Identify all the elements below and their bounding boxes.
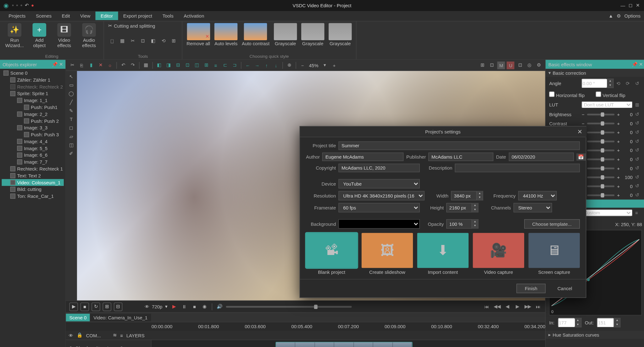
templates-select[interactable]: Custom — [582, 209, 633, 216]
align-8[interactable]: ⊏ — [221, 61, 229, 69]
slider-temperature[interactable] — [587, 167, 614, 169]
tree-item[interactable]: Image: 5_5 — [2, 145, 64, 152]
hue-saturation-header[interactable]: ▸ Hue Saturation curves — [546, 331, 644, 339]
bars-icon[interactable]: ≡ — [102, 345, 105, 347]
finish-button[interactable]: Finish — [517, 284, 546, 293]
panel-close-icon[interactable]: ✕ — [639, 62, 643, 67]
tp-rec-icon[interactable]: ◉ — [201, 303, 208, 310]
paste-icon[interactable]: ▮ — [87, 61, 95, 69]
menu-scenes[interactable]: Scenes — [31, 12, 57, 20]
copyright-input[interactable] — [338, 164, 420, 172]
hflip-checkbox[interactable]: Horizontal flip — [549, 91, 585, 98]
reset-icon[interactable]: ↺ — [635, 156, 642, 162]
tree-item[interactable]: Push: Push 3 — [2, 131, 64, 138]
basic-correction-header[interactable]: ▾ Basic correction — [546, 69, 644, 77]
tree-item[interactable]: Bild: cutting — [2, 186, 64, 193]
eyedrop-icon[interactable]: ✐ — [67, 149, 75, 157]
reset-icon[interactable]: ↺ — [635, 147, 642, 153]
pointer-icon[interactable]: ↖ — [67, 73, 75, 80]
tree-item[interactable]: Scene 0 — [2, 70, 64, 77]
text-icon[interactable]: T — [67, 115, 75, 123]
zoom-out-icon[interactable]: − — [299, 61, 306, 69]
menu-projects[interactable]: Projects — [3, 12, 31, 20]
style-grayscale-2[interactable]: Grayscale — [301, 23, 324, 46]
reset-icon[interactable]: ↺ — [635, 192, 642, 198]
rotate-cw-icon[interactable]: ⟳ — [626, 81, 633, 86]
opacity-input[interactable]: ▴▾ — [446, 219, 478, 229]
prev-frame-icon[interactable]: ◀◀ — [493, 303, 501, 310]
out-input[interactable]: ▴▾ — [597, 318, 621, 327]
wave-icon[interactable]: ≋ — [113, 333, 117, 338]
align-4[interactable]: ⊡ — [184, 61, 191, 69]
next-icon[interactable]: ▶ — [514, 303, 521, 310]
gear-icon[interactable]: ⚙ — [617, 13, 621, 19]
align-5[interactable]: ◫ — [193, 61, 201, 69]
rect-icon[interactable]: ▭ — [67, 81, 75, 89]
run-wizard-button[interactable]: ✨Run Wizard... — [4, 23, 25, 48]
qat-save-icon[interactable]: ▫ — [20, 3, 22, 8]
scene-tab[interactable]: Scene 0 — [66, 313, 90, 321]
tree-item[interactable]: Image: 4_4 — [2, 138, 64, 145]
slider-sharpen[interactable] — [587, 185, 614, 187]
redo-icon[interactable]: ↷ — [129, 61, 136, 69]
publisher-input[interactable] — [429, 153, 494, 161]
reset-icon[interactable]: ↺ — [635, 138, 642, 144]
objects-tree[interactable]: Scene 0Zähler: Zähler 1Rechteck: Rechtec… — [0, 69, 65, 347]
pin-icon[interactable]: 📌 — [632, 62, 638, 67]
slider-blur[interactable] — [587, 194, 614, 196]
clip-tab[interactable]: Video: Camera_In_Use_1 — [90, 313, 151, 321]
menu-export[interactable]: Export project — [118, 12, 157, 20]
snap-icon[interactable]: ⊕ — [286, 61, 293, 69]
delete-icon[interactable]: ✕ — [97, 61, 104, 69]
angle-input[interactable]: ▴▾ — [582, 79, 614, 88]
m-icon[interactable]: M — [497, 61, 505, 69]
lock-icon[interactable]: 🔒 — [77, 333, 83, 338]
undo-icon[interactable]: ↶ — [119, 61, 127, 69]
tree-item[interactable]: Image: 6_6 — [2, 152, 64, 159]
eye-icon[interactable]: 👁 — [69, 333, 73, 338]
slider-red[interactable] — [587, 140, 614, 142]
prev-icon[interactable]: ◀ — [503, 303, 511, 310]
tool-7-icon[interactable]: ⊞ — [170, 37, 177, 45]
eye-icon[interactable]: 👁 — [69, 345, 73, 347]
pen-icon[interactable]: ✎ — [67, 107, 75, 114]
resolution-select[interactable]: Ultra HD 4K 3840x2160 pixels (16 — [338, 191, 425, 200]
tree-item[interactable]: Image: 7_7 — [2, 159, 64, 165]
tp-play-icon[interactable]: ▶ — [170, 303, 178, 310]
skip-end-icon[interactable]: ⏭ — [534, 303, 542, 310]
copy-icon[interactable]: ⎘ — [78, 61, 86, 69]
slider-blue[interactable] — [587, 158, 614, 160]
circle-icon[interactable]: ○ — [106, 61, 114, 69]
align-3[interactable]: ⊟ — [174, 61, 182, 69]
reset-icon[interactable]: ↺ — [635, 165, 642, 171]
slider-gamma[interactable] — [587, 131, 614, 133]
templates-menu-icon[interactable]: ≡ — [635, 210, 642, 215]
volume-slider[interactable] — [226, 306, 352, 307]
tree-item[interactable]: Zähler: Zähler 1 — [2, 77, 64, 84]
zoom-in-icon[interactable]: + — [330, 61, 338, 69]
minimize-icon[interactable]: — — [620, 3, 625, 8]
close-icon[interactable]: ✕ — [636, 3, 640, 8]
cancel-button[interactable]: Cancel — [550, 284, 580, 293]
tree-item[interactable]: Ton: Race_Car_1 — [2, 193, 64, 200]
loop-button[interactable]: ↻ — [92, 302, 100, 311]
video-clip[interactable] — [275, 342, 412, 347]
author-input[interactable] — [322, 153, 404, 161]
tool-3-icon[interactable]: ✂ — [129, 37, 136, 45]
style-auto-levels[interactable]: Auto levels — [214, 23, 237, 46]
grid-1-icon[interactable]: ⊞ — [479, 61, 486, 69]
volume-icon[interactable]: 🔊 — [216, 303, 224, 310]
ellipse-icon[interactable]: ◯ — [67, 90, 75, 97]
style-auto-contrast[interactable]: Auto contrast — [242, 23, 269, 46]
bars-icon[interactable]: ≡ — [120, 333, 123, 338]
calendar-icon[interactable]: 📅 — [576, 153, 586, 160]
align-6[interactable]: ⊞ — [203, 61, 210, 69]
layers-label[interactable]: LAYERS — [126, 333, 145, 338]
tool-4-icon[interactable]: ⊡ — [139, 37, 147, 45]
line-icon[interactable]: ╱ — [67, 98, 75, 106]
lut-select[interactable]: Don't use LUT — [582, 101, 633, 108]
tree-item[interactable]: Video: Colosseum_1 — [2, 179, 64, 186]
help-icon[interactable]: ▲ — [608, 13, 613, 18]
zoom-dropdown-icon[interactable]: ▾ — [321, 61, 329, 69]
arrow-right-icon[interactable]: → — [253, 61, 261, 69]
